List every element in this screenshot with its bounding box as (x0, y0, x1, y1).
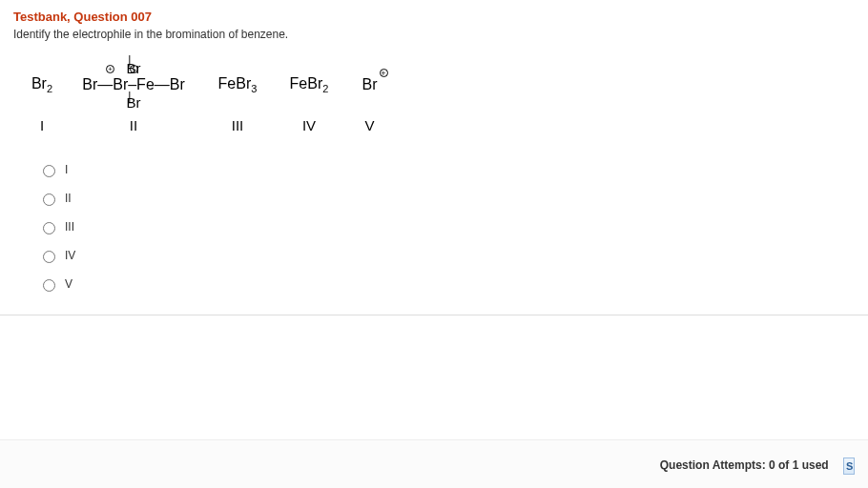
option-label: IV (65, 249, 75, 262)
numeral-v: V (343, 117, 396, 133)
numeral-iv: IV (275, 117, 343, 133)
formula-ii-main: Br—Br–Fe—Br (82, 76, 185, 92)
formula-row: Br2 Br + | – Br—Br–Fe—Br | Br FeBr3 FeBr… (17, 58, 855, 112)
option-row: II (38, 191, 855, 206)
numeral-ii: II (67, 117, 200, 133)
formula-v-main: Br (362, 76, 378, 92)
radio-i[interactable] (43, 165, 55, 177)
radio-ii[interactable] (43, 193, 55, 206)
radio-v[interactable] (43, 279, 55, 292)
formula-iii: FeBr3 (200, 75, 275, 94)
question-title: Testbank, Question 007 (13, 10, 855, 24)
footer-bar: Question Attempts: 0 of 1 used S (0, 439, 868, 488)
formula-v: Br + (343, 76, 396, 93)
formula-ii: Br + | – Br—Br–Fe—Br | Br (67, 76, 200, 93)
minus-charge-icon: – (130, 65, 138, 73)
radio-iii[interactable] (43, 222, 55, 234)
option-row: I (38, 162, 855, 177)
answer-options: I II III IV V (38, 162, 855, 292)
numeral-iii: III (200, 117, 275, 133)
option-row: V (38, 276, 855, 292)
option-label: V (65, 277, 72, 291)
numeral-row: I II III IV V (17, 117, 855, 133)
question-prompt: Identify the electrophile in the bromina… (13, 28, 855, 41)
formula-i: Br2 (17, 75, 67, 94)
formula-ii-bot: Br (82, 95, 185, 110)
formula-iv: FeBr2 (275, 75, 343, 94)
option-row: IV (38, 248, 855, 263)
option-label: II (65, 192, 72, 205)
option-label: III (65, 220, 74, 234)
question-block: Testbank, Question 007 Identify the elec… (0, 0, 868, 315)
attempts-label: Question Attempts: 0 of 1 used (660, 458, 829, 472)
radio-iv[interactable] (43, 251, 55, 263)
option-row: III (38, 219, 855, 234)
submit-button[interactable]: S (843, 458, 855, 475)
numeral-i: I (17, 117, 67, 133)
plus-charge-icon: + (380, 69, 388, 77)
plus-charge-icon: + (106, 65, 114, 73)
option-label: I (65, 163, 68, 176)
